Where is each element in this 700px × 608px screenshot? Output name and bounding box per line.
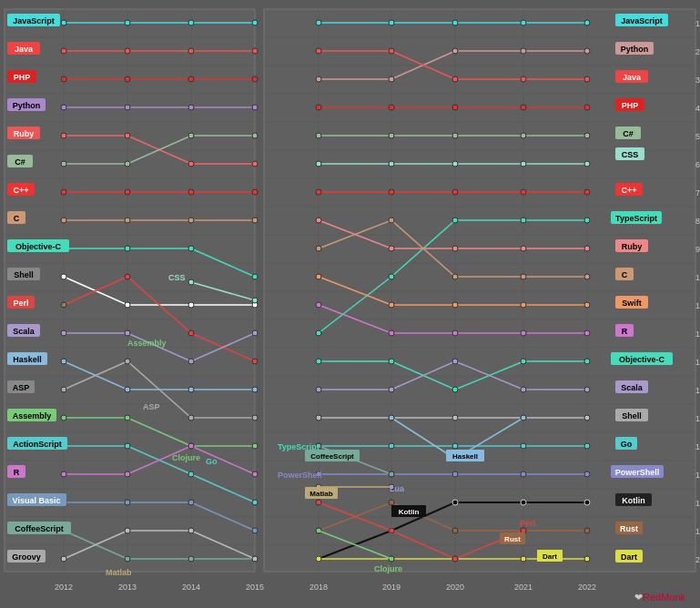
svg-text:Dart: Dart bbox=[621, 552, 637, 562]
svg-point-196 bbox=[389, 387, 394, 392]
svg-text:Visual Basic: Visual Basic bbox=[13, 496, 61, 505]
svg-point-224 bbox=[584, 528, 590, 533]
svg-point-115 bbox=[252, 471, 258, 477]
svg-text:PHP: PHP bbox=[14, 73, 31, 82]
rank-num-12: 12 bbox=[695, 329, 700, 339]
svg-point-134 bbox=[584, 20, 590, 25]
svg-text:Swift: Swift bbox=[622, 299, 642, 308]
svg-point-209 bbox=[584, 443, 590, 449]
svg-point-188 bbox=[521, 330, 526, 336]
svg-point-183 bbox=[521, 302, 526, 308]
svg-point-213 bbox=[521, 471, 526, 477]
rank-num-11: 11 bbox=[695, 301, 700, 310]
rank-num-13: 13 bbox=[695, 358, 700, 367]
svg-point-182 bbox=[452, 302, 458, 308]
svg-point-144 bbox=[584, 76, 590, 82]
svg-point-221 bbox=[389, 500, 394, 505]
svg-point-217 bbox=[452, 500, 458, 505]
svg-point-98 bbox=[188, 387, 194, 392]
svg-point-218 bbox=[521, 500, 526, 505]
svg-text:CoffeeScript: CoffeeScript bbox=[15, 524, 64, 533]
svg-point-121 bbox=[125, 556, 130, 562]
rust-inline-label: Rust bbox=[504, 535, 521, 543]
svg-point-72 bbox=[61, 189, 66, 195]
redmonk-logo: ❤RedMonk bbox=[634, 592, 686, 603]
svg-point-172 bbox=[452, 246, 458, 251]
svg-text:R: R bbox=[622, 327, 628, 336]
svg-point-232 bbox=[452, 556, 458, 562]
svg-point-90 bbox=[188, 330, 194, 336]
year-2018: 2018 bbox=[309, 583, 328, 592]
year-2014: 2014 bbox=[182, 583, 200, 592]
svg-point-91 bbox=[252, 359, 258, 364]
svg-point-69 bbox=[125, 161, 130, 167]
svg-point-57 bbox=[125, 76, 130, 82]
svg-point-198 bbox=[521, 387, 526, 392]
svg-point-236 bbox=[521, 415, 526, 421]
svg-point-208 bbox=[521, 443, 526, 449]
powershell-annotation-right: PowerShell bbox=[278, 471, 322, 480]
svg-point-112 bbox=[61, 471, 66, 477]
rank-num-19: 19 bbox=[695, 527, 700, 536]
svg-text:Rust: Rust bbox=[620, 524, 638, 533]
rank-num-9: 9 bbox=[695, 245, 700, 254]
svg-point-222 bbox=[452, 528, 458, 533]
svg-point-132 bbox=[452, 20, 458, 25]
perl-annotation-right: Perl bbox=[520, 519, 535, 528]
svg-point-176 bbox=[389, 218, 394, 223]
chart-svg: JavaScript Java PHP Python Ruby C# C++ C… bbox=[0, 0, 700, 608]
svg-point-73 bbox=[125, 189, 130, 195]
svg-text:Python: Python bbox=[621, 45, 649, 54]
svg-text:C: C bbox=[14, 214, 20, 223]
svg-point-185 bbox=[316, 302, 321, 308]
svg-point-131 bbox=[389, 20, 394, 25]
svg-point-207 bbox=[452, 443, 458, 449]
svg-point-140 bbox=[316, 48, 321, 54]
svg-point-99 bbox=[252, 387, 258, 392]
svg-text:Shell: Shell bbox=[622, 411, 642, 421]
svg-point-94 bbox=[188, 359, 194, 364]
svg-point-103 bbox=[252, 415, 258, 421]
svg-point-76 bbox=[61, 218, 66, 223]
svg-point-119 bbox=[252, 528, 258, 533]
svg-point-174 bbox=[584, 246, 590, 251]
svg-point-129 bbox=[252, 298, 258, 303]
svg-point-159 bbox=[584, 161, 590, 167]
svg-point-228 bbox=[521, 556, 526, 562]
svg-text:TypeScript: TypeScript bbox=[615, 214, 657, 223]
rank-num-8: 8 bbox=[695, 217, 700, 226]
lua-annotation-right: Lua bbox=[390, 484, 405, 493]
svg-text:JavaScript: JavaScript bbox=[13, 16, 55, 25]
svg-point-101 bbox=[125, 359, 130, 364]
svg-point-50 bbox=[188, 20, 194, 25]
svg-point-104 bbox=[61, 415, 66, 421]
svg-point-143 bbox=[521, 76, 526, 82]
svg-point-161 bbox=[389, 189, 394, 195]
svg-point-114 bbox=[188, 443, 194, 449]
svg-point-150 bbox=[316, 133, 321, 138]
svg-point-122 bbox=[188, 556, 194, 562]
svg-point-197 bbox=[452, 359, 458, 364]
assembly-annotation-left: Assembly bbox=[127, 339, 167, 348]
go-annotation-left: Go bbox=[206, 457, 218, 466]
svg-text:Java: Java bbox=[623, 73, 642, 82]
svg-point-152 bbox=[452, 133, 458, 138]
svg-point-141 bbox=[389, 48, 394, 54]
rank-num-17: 17 bbox=[695, 471, 700, 480]
svg-point-81 bbox=[125, 246, 130, 251]
svg-point-124 bbox=[61, 556, 66, 562]
svg-point-102 bbox=[188, 415, 194, 421]
svg-point-169 bbox=[584, 218, 590, 223]
svg-point-191 bbox=[389, 359, 394, 364]
rank-num-2: 2 bbox=[695, 47, 700, 56]
svg-text:Ruby: Ruby bbox=[14, 129, 35, 138]
svg-point-157 bbox=[452, 161, 458, 167]
svg-point-100 bbox=[61, 387, 66, 392]
svg-point-177 bbox=[452, 274, 458, 279]
svg-text:Java: Java bbox=[15, 45, 34, 54]
svg-point-74 bbox=[188, 189, 194, 195]
svg-point-170 bbox=[316, 218, 321, 223]
svg-point-193 bbox=[521, 359, 526, 364]
svg-rect-0 bbox=[5, 9, 255, 572]
rank-num-5: 5 bbox=[695, 132, 700, 141]
